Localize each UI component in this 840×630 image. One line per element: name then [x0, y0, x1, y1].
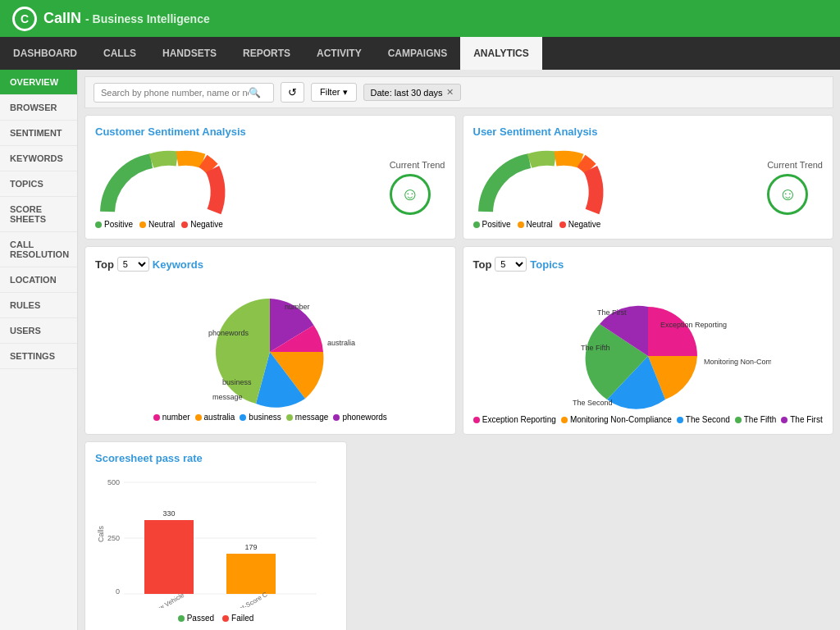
- keywords-top-select[interactable]: 51020: [117, 257, 149, 272]
- svg-text:179: 179: [244, 543, 257, 551]
- user-trend-label: Current Trend: [767, 160, 823, 170]
- sidebar-item-settings[interactable]: SETTINGS: [0, 344, 77, 369]
- sidebar-item-rules[interactable]: RULES: [0, 293, 77, 318]
- nav-handsets[interactable]: HANDSETS: [149, 37, 230, 70]
- topics-header: Top 51020 Topics: [473, 257, 824, 272]
- svg-text:250: 250: [107, 534, 120, 542]
- sidebar-item-topics[interactable]: TOPICS: [0, 171, 77, 197]
- scoresheet-legend: Passed Failed: [95, 614, 336, 623]
- sidebar-item-sentiment[interactable]: SENTIMENT: [0, 121, 77, 146]
- legend-neutral: Neutral: [139, 220, 175, 229]
- topic-legend-exception: Exception Reporting: [473, 415, 556, 424]
- svg-text:Monitoring Non-Compliance: Monitoring Non-Compliance: [704, 358, 771, 366]
- user-sentiment-card: User Sentiment Analysis: [463, 115, 834, 240]
- customer-sentiment-body: Positive Neutral Negative: [95, 146, 445, 229]
- customer-gauge: [95, 146, 226, 216]
- customer-sentiment-title: Customer Sentiment Analysis: [95, 126, 445, 138]
- app-subtitle: - Business Intelligence: [85, 12, 210, 25]
- sidebar: OVERVIEW BROWSER SENTIMENT KEYWORDS TOPI…: [0, 70, 78, 630]
- filter-button[interactable]: Filter ▾: [311, 83, 357, 102]
- search-box[interactable]: 🔍: [94, 83, 274, 103]
- topics-pie: Exception Reporting Monitoring Non-Compl…: [525, 278, 771, 413]
- svg-text:Exception Reporting: Exception Reporting: [660, 321, 727, 329]
- customer-gauge-wrapper: Positive Neutral Negative: [95, 146, 226, 229]
- user-sentiment-title: User Sentiment Analysis: [473, 126, 824, 138]
- keywords-legend: number australia business message phonew…: [153, 413, 387, 422]
- svg-text:The Second: The Second: [573, 399, 613, 407]
- sidebar-item-location[interactable]: LOCATION: [0, 267, 77, 293]
- nav-analytics[interactable]: ANALYTICS: [460, 37, 542, 70]
- scoresheet-chart: 500 250 0 Calls 330: [95, 472, 336, 623]
- topic-legend-second: The Second: [677, 415, 730, 424]
- topics-title: Topics: [530, 258, 564, 271]
- topics-top-select[interactable]: 51020: [495, 257, 527, 272]
- user-smiley-icon: ☺: [767, 174, 808, 215]
- refresh-button[interactable]: ↺: [281, 82, 304, 103]
- user-gauge-wrapper: Positive Neutral Negative: [473, 146, 605, 229]
- main-nav: DASHBOARD CALLS HANDSETS REPORTS ACTIVIT…: [0, 37, 840, 70]
- nav-calls[interactable]: CALLS: [90, 37, 149, 70]
- legend-positive: Positive: [95, 220, 133, 229]
- user-legend-negative: Negative: [559, 220, 600, 229]
- logo-icon: C: [12, 7, 37, 31]
- sidebar-item-browser[interactable]: BROWSER: [0, 95, 77, 121]
- nav-dashboard[interactable]: DASHBOARD: [0, 37, 90, 70]
- sidebar-item-users[interactable]: USERS: [0, 318, 77, 344]
- scoresheet-row: Scoresheet pass rate 500 250 0 Calls: [84, 441, 833, 630]
- keywords-chart: number australia message phonewords busi…: [95, 278, 445, 422]
- legend-negative: Negative: [181, 220, 222, 229]
- search-icon: 🔍: [249, 87, 261, 98]
- search-input[interactable]: [101, 88, 249, 98]
- sidebar-item-keywords[interactable]: KEYWORDS: [0, 146, 77, 171]
- customer-sentiment-card: Customer Sentiment Analysis: [84, 115, 456, 240]
- kw-legend-business: business: [240, 413, 281, 422]
- scoresheet-bar-chart: 500 250 0 Calls 330: [95, 472, 333, 608]
- user-gauge: [473, 146, 605, 216]
- keywords-top-label: Top: [95, 258, 114, 271]
- topic-legend-first: The First: [781, 415, 822, 424]
- keywords-header: Top 51020 Keywords: [95, 257, 445, 272]
- kw-legend-phonewords: phonewords: [333, 413, 386, 422]
- svg-text:message: message: [212, 393, 243, 401]
- bar-bestscore: [226, 554, 276, 594]
- toolbar: 🔍 ↺ Filter ▾ Date: last 30 days ✕: [84, 76, 833, 108]
- nav-activity[interactable]: ACTIVITY: [304, 37, 375, 70]
- sidebar-item-callresolution[interactable]: CALL RESOLUTION: [0, 232, 77, 267]
- kw-legend-australia: australia: [195, 413, 235, 422]
- kw-legend-number: number: [153, 413, 190, 422]
- svg-text:business: business: [222, 378, 252, 386]
- svg-text:australia: australia: [327, 339, 355, 347]
- kw-legend-message: message: [286, 413, 329, 422]
- sentiment-row: Customer Sentiment Analysis: [84, 115, 833, 240]
- legend-passed: Passed: [178, 614, 214, 623]
- topic-legend-monitoring: Monitoring Non-Compliance: [561, 415, 672, 424]
- topic-legend-fifth: The Fifth: [735, 415, 776, 424]
- user-sentiment-body: Positive Neutral Negative: [473, 146, 824, 229]
- svg-text:0: 0: [116, 587, 120, 596]
- customer-trend: Current Trend ☺: [390, 160, 445, 215]
- customer-smiley-icon: ☺: [390, 174, 431, 215]
- app-body: OVERVIEW BROWSER SENTIMENT KEYWORDS TOPI…: [0, 70, 840, 630]
- svg-text:330: 330: [162, 509, 175, 518]
- nav-reports[interactable]: REPORTS: [230, 37, 304, 70]
- svg-text:The Fifth: The Fifth: [581, 344, 610, 352]
- scoresheet-title: Scoresheet pass rate: [95, 452, 336, 464]
- topics-top-label: Top: [473, 258, 492, 271]
- user-legend-neutral: Neutral: [518, 220, 553, 229]
- user-gauge-legend: Positive Neutral Negative: [473, 220, 605, 229]
- date-filter-close[interactable]: ✕: [446, 87, 454, 98]
- keywords-title: Keywords: [153, 258, 203, 271]
- nav-campaigns[interactable]: CAMPAIGNS: [375, 37, 460, 70]
- sidebar-item-scoresheets[interactable]: SCORE SHEETS: [0, 197, 77, 232]
- svg-point-1: [504, 179, 573, 220]
- sidebar-item-overview[interactable]: OVERVIEW: [0, 70, 77, 95]
- svg-point-0: [126, 179, 195, 220]
- scoresheet-card: Scoresheet pass rate 500 250 0 Calls: [84, 441, 347, 630]
- app-logo: C CallN - Business Intelligence: [12, 7, 210, 31]
- customer-gauge-legend: Positive Neutral Negative: [95, 220, 226, 229]
- svg-text:500: 500: [107, 478, 120, 486]
- svg-text:number: number: [285, 303, 310, 311]
- date-filter-label: Date: last 30 days: [371, 88, 443, 98]
- bar-new-vehicle: [144, 520, 194, 594]
- svg-text:The First: The First: [597, 308, 627, 317]
